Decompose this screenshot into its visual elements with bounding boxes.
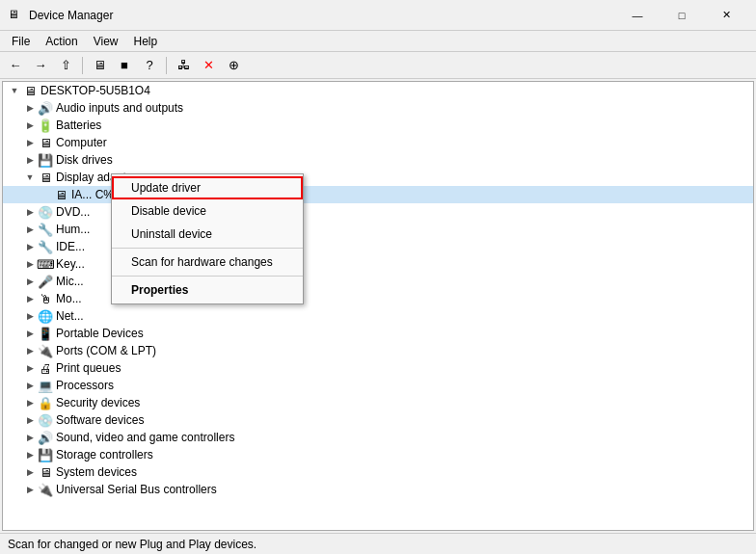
tree-item-sound[interactable]: 🔊 Sound, video and game controllers: [3, 429, 753, 446]
expand-audio[interactable]: [22, 100, 38, 116]
net-label: Net...: [56, 309, 84, 323]
security-icon: 🔒: [38, 395, 53, 410]
hum-icon: 🔧: [38, 222, 53, 237]
tree-item-usb[interactable]: 🔌 Universal Serial Bus controllers: [3, 481, 753, 498]
batteries-label: Batteries: [56, 119, 101, 132]
processors-label: Processors: [56, 379, 114, 392]
menu-bar: File Action View Help: [0, 31, 756, 52]
menu-view[interactable]: View: [86, 33, 126, 50]
tree-item-print[interactable]: 🖨 Print queues: [3, 359, 753, 377]
computer-icon: 🖥: [22, 83, 38, 98]
status-bar: Scan for changed or new Plug and Play de…: [0, 533, 756, 554]
mo-icon: 🖱: [38, 291, 53, 306]
ctx-disable-device[interactable]: Disable device: [112, 199, 303, 223]
expand-ports[interactable]: [22, 343, 38, 358]
security-label: Security devices: [56, 396, 140, 409]
tb-sep-2: [166, 57, 167, 74]
tb-computer[interactable]: 🖥: [88, 55, 111, 76]
tree-item-audio[interactable]: 🔊 Audio inputs and outputs: [3, 99, 753, 117]
portable-icon: 📱: [38, 326, 53, 341]
software-icon: 💿: [38, 412, 53, 428]
expand-dvd[interactable]: [22, 204, 38, 220]
menu-help[interactable]: Help: [126, 33, 166, 50]
expand-system[interactable]: [22, 464, 38, 480]
tree-item-system[interactable]: 🖥 System devices: [3, 463, 753, 481]
tb-help[interactable]: ?: [138, 55, 161, 76]
expand-display[interactable]: [22, 170, 38, 185]
toolbar: ← → ⇧ 🖥 ■ ? 🖧 ✕ ⊕: [0, 52, 756, 79]
app-icon: 🖥: [8, 8, 23, 23]
sound-icon: 🔊: [38, 430, 53, 445]
tree-item-software[interactable]: 💿 Software devices: [3, 411, 753, 429]
tb-add[interactable]: ⊕: [222, 55, 245, 76]
expand-print[interactable]: [22, 360, 38, 376]
maximize-button[interactable]: □: [660, 0, 704, 31]
device-tree[interactable]: 🖥 DESKTOP-5U5B1O4 🔊 Audio inputs and out…: [2, 81, 754, 531]
tree-item-storage[interactable]: 💾 Storage controllers: [3, 446, 753, 463]
tree-item-computer[interactable]: 🖥 Computer: [3, 134, 753, 151]
expand-security[interactable]: [22, 395, 38, 410]
system-icon: 🖥: [38, 464, 53, 480]
ctx-scan-hardware[interactable]: Scan for hardware changes: [112, 251, 303, 274]
tree-item-disk[interactable]: 💾 Disk drives: [3, 151, 753, 169]
minimize-button[interactable]: —: [615, 0, 660, 31]
audio-label: Audio inputs and outputs: [56, 101, 183, 115]
expand-disk[interactable]: [22, 152, 38, 168]
expand-batteries[interactable]: [22, 118, 38, 133]
expand-mo[interactable]: [22, 291, 38, 306]
ports-icon: 🔌: [38, 343, 53, 358]
tb-red[interactable]: ✕: [197, 55, 220, 76]
ctx-update-driver[interactable]: Update driver: [112, 176, 303, 199]
hum-label: Hum...: [56, 223, 90, 236]
tb-back[interactable]: ←: [4, 55, 27, 76]
tb-square[interactable]: ■: [113, 55, 136, 76]
window-controls: — □ ✕: [615, 0, 748, 31]
dvd-icon: 💿: [38, 204, 53, 220]
expand-portable[interactable]: [22, 326, 38, 341]
mic-label: Mic...: [56, 275, 84, 288]
expand-net[interactable]: [22, 308, 38, 324]
expand-display-child: [38, 187, 53, 202]
sound-label: Sound, video and game controllers: [56, 431, 234, 444]
computer-label: Computer: [56, 136, 107, 149]
expand-hum[interactable]: [22, 222, 38, 237]
menu-file[interactable]: File: [4, 33, 38, 50]
display-icon: 🖥: [38, 170, 53, 185]
mo-label: Mo...: [56, 292, 82, 305]
key-icon: ⌨: [38, 256, 53, 272]
expand-ide[interactable]: [22, 239, 38, 254]
tb-forward[interactable]: →: [29, 55, 52, 76]
menu-action[interactable]: Action: [38, 33, 85, 50]
close-button[interactable]: ✕: [704, 0, 748, 31]
disk-icon: 💾: [38, 152, 53, 168]
expand-usb[interactable]: [22, 482, 38, 497]
ctx-properties[interactable]: Properties: [112, 278, 303, 302]
computer-item-icon: 🖥: [38, 135, 53, 150]
tree-item-ports[interactable]: 🔌 Ports (COM & LPT): [3, 342, 753, 359]
mic-icon: 🎤: [38, 274, 53, 289]
system-label: System devices: [56, 465, 137, 479]
tb-network[interactable]: 🖧: [172, 55, 195, 76]
ctx-uninstall-device[interactable]: Uninstall device: [112, 223, 303, 246]
expand-sound[interactable]: [22, 430, 38, 445]
batteries-icon: 🔋: [38, 118, 53, 133]
window-title: Device Manager: [29, 9, 615, 22]
expand-software[interactable]: [22, 412, 38, 428]
print-icon: 🖨: [38, 360, 53, 376]
tree-item-batteries[interactable]: 🔋 Batteries: [3, 117, 753, 134]
tree-item-portable[interactable]: 📱 Portable Devices: [3, 325, 753, 342]
expand-processors[interactable]: [22, 378, 38, 393]
tree-item-processors[interactable]: 💻 Processors: [3, 377, 753, 394]
expand-storage[interactable]: [22, 447, 38, 462]
display-child-icon: 🖥: [53, 187, 68, 202]
expand-mic[interactable]: [22, 274, 38, 289]
tree-root[interactable]: 🖥 DESKTOP-5U5B1O4: [3, 82, 753, 99]
tree-item-security[interactable]: 🔒 Security devices: [3, 394, 753, 411]
storage-icon: 💾: [38, 447, 53, 462]
net-icon: 🌐: [38, 308, 53, 324]
expand-computer[interactable]: [22, 135, 38, 150]
tree-item-net[interactable]: 🌐 Net...: [3, 307, 753, 325]
usb-label: Universal Serial Bus controllers: [56, 483, 217, 496]
tb-up[interactable]: ⇧: [54, 55, 77, 76]
expand-root[interactable]: [7, 83, 22, 98]
